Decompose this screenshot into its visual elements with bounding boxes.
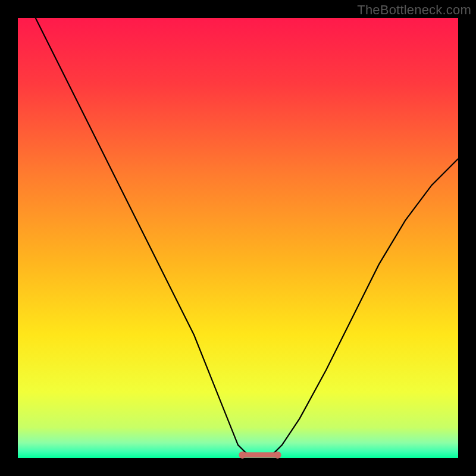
- minimum-marker-dot-left: [239, 452, 246, 459]
- watermark-text: TheBottleneck.com: [357, 2, 471, 18]
- bottleneck-curve-path: [36, 18, 458, 456]
- minimum-marker-dot-right: [274, 452, 281, 459]
- chart-svg: [18, 18, 458, 458]
- chart-frame: TheBottleneck.com: [0, 0, 476, 476]
